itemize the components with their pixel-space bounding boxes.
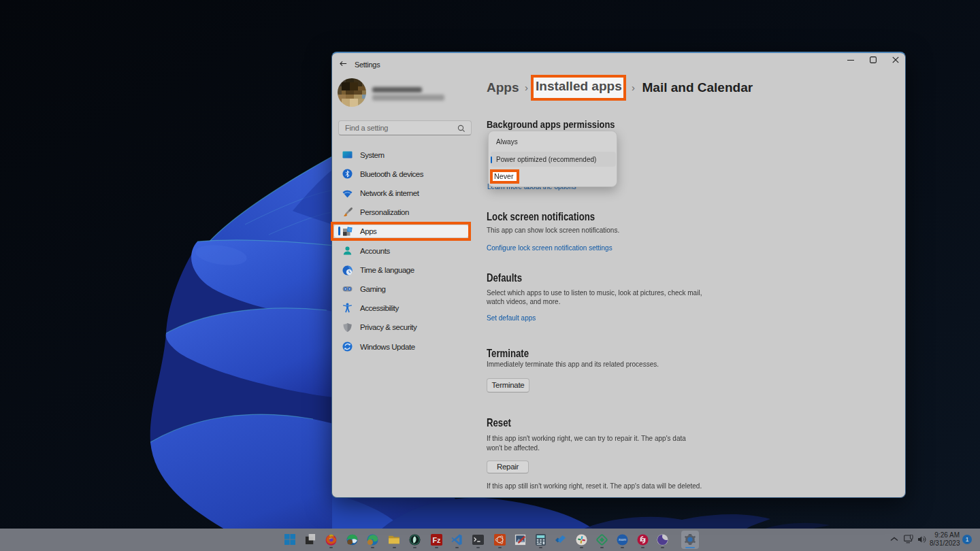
svg-text:Fz: Fz [432, 535, 440, 544]
svg-text:zoom: zoom [619, 538, 626, 541]
